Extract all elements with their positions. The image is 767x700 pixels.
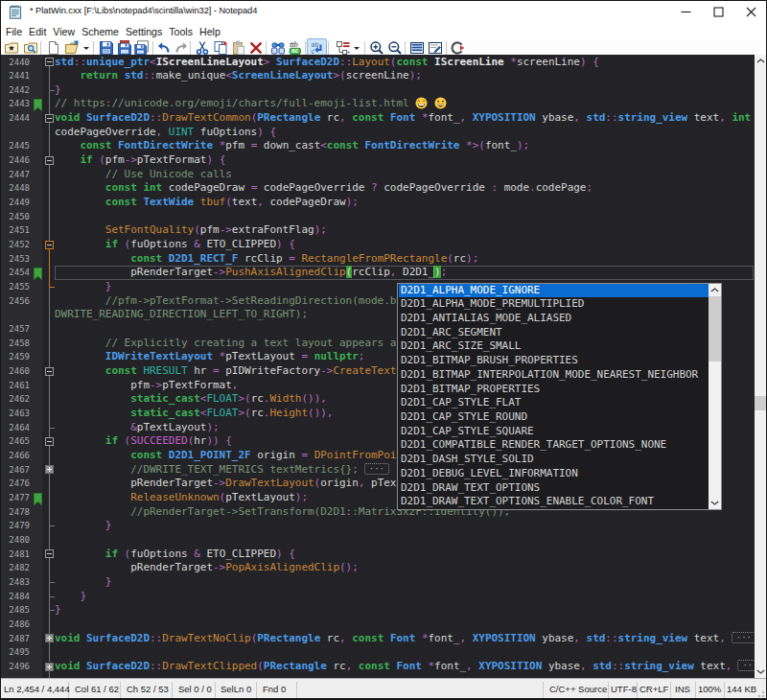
- fold-marker-collapsed[interactable]: [45, 634, 54, 642]
- replace-button[interactable]: ab ac: [288, 40, 303, 56]
- status-character[interactable]: Ch 52 / 53: [127, 679, 169, 700]
- edit-mode-button[interactable]: [428, 40, 443, 56]
- autocomplete-item[interactable]: D2D1_ARC_SEGMENT: [399, 326, 709, 340]
- word-wrap-button[interactable]: ab c: [309, 40, 324, 56]
- line-number: 2467: [1, 465, 30, 475]
- undo-button[interactable]: [155, 40, 171, 56]
- editor-scrollbar[interactable]: [755, 55, 766, 678]
- paste-button[interactable]: [231, 40, 246, 56]
- save-all-button[interactable]: [117, 40, 132, 56]
- status-file-size[interactable]: 144 KB: [727, 679, 756, 700]
- fold-ellipsis[interactable]: ···: [737, 660, 755, 671]
- fold-marker-open[interactable]: [45, 367, 54, 376]
- open-file-button[interactable]: [64, 40, 80, 56]
- browse-folder-button[interactable]: [23, 40, 38, 56]
- code-row-2465: if (SUCCEEDED(hr)) {: [55, 434, 232, 447]
- autocomplete-item[interactable]: D2D1_BITMAP_BRUSH_PROPERTIES: [399, 354, 709, 368]
- status-zoom[interactable]: 100%: [698, 679, 721, 700]
- cut-button[interactable]: [195, 40, 210, 56]
- menu-scheme[interactable]: Scheme: [80, 23, 121, 40]
- maximize-button[interactable]: [703, 2, 733, 22]
- fold-marker-open[interactable]: [45, 58, 54, 66]
- line-number: 2447: [1, 170, 30, 179]
- fold-marker-open[interactable]: [45, 114, 54, 123]
- status-selection[interactable]: Sel 0 / 0: [178, 679, 212, 700]
- autocomplete-item[interactable]: D2D1_BITMAP_PROPERTIES: [399, 383, 709, 397]
- copy-button[interactable]: [213, 40, 228, 56]
- autocomplete-item[interactable]: D2D1_CAP_STYLE_FLAT: [399, 396, 709, 410]
- fold-marker-open[interactable]: [45, 549, 54, 558]
- code-row-2452: if (fuOptions & ETO_CLIPPED) {: [55, 238, 295, 250]
- autocomplete-item[interactable]: D2D1_DEBUG_LEVEL_INFORMATION: [399, 467, 709, 481]
- select-scheme-button[interactable]: [336, 40, 351, 56]
- svg-text:ab: ab: [312, 41, 319, 48]
- save-copy-button[interactable]: [134, 40, 150, 56]
- line-number: 2464: [1, 423, 30, 432]
- bookmark-marker: [34, 267, 42, 279]
- status-encoding[interactable]: UTF-8: [611, 679, 637, 700]
- status-find-count[interactable]: Fnd 0: [263, 679, 286, 700]
- status-line[interactable]: Ln 2,454 / 4,444: [4, 679, 70, 700]
- close-button[interactable]: [735, 2, 766, 22]
- delete-button[interactable]: [248, 40, 264, 56]
- editor-scroll-down-arrow[interactable]: [755, 665, 766, 678]
- status-selected-lines[interactable]: SelLn 0: [221, 679, 251, 700]
- delete-icon: [248, 40, 264, 56]
- menu-edit[interactable]: Edit: [27, 23, 48, 40]
- fold-marker-collapsed[interactable]: [45, 663, 54, 671]
- autocomplete-item[interactable]: D2D1_ALPHA_MODE_IGNORE: [399, 284, 709, 298]
- select-scheme-dropdown[interactable]: [353, 40, 368, 56]
- smile-emoji: [434, 97, 447, 109]
- popup-scrollbar-thumb[interactable]: [709, 296, 722, 362]
- favorites-button[interactable]: [4, 40, 19, 56]
- close-icon: [746, 7, 756, 17]
- autocomplete-item[interactable]: D2D1_BITMAP_INTERPOLATION_MODE_NEAREST_N…: [399, 368, 709, 383]
- minimize-button[interactable]: [670, 2, 701, 22]
- autocomplete-item[interactable]: D2D1_ARC_SIZE_SMALL: [399, 339, 709, 354]
- fold-marker-open[interactable]: [45, 156, 54, 165]
- menu-settings[interactable]: Settings: [124, 23, 164, 40]
- autocomplete-item[interactable]: D2D1_DRAW_TEXT_OPTIONS: [399, 481, 709, 496]
- status-insert-mode[interactable]: INS: [675, 679, 690, 700]
- line-number: 2487: [1, 634, 30, 643]
- code-row-2447: // Use Unicode calls: [55, 168, 232, 180]
- save-button[interactable]: [99, 40, 114, 56]
- redo-button[interactable]: [174, 40, 190, 56]
- bookmark-marker: [34, 492, 42, 504]
- popup-scrollbar[interactable]: [709, 284, 722, 509]
- autocomplete-item[interactable]: D2D1_CAP_STYLE_ROUND: [399, 410, 709, 425]
- new-document-button[interactable]: [46, 40, 61, 56]
- autocomplete-item[interactable]: D2D1_ANTIALIAS_MODE_ALIASED: [399, 312, 709, 326]
- menu-help[interactable]: Help: [198, 23, 222, 40]
- show-line-numbers-button[interactable]: [409, 40, 425, 56]
- menu-tools[interactable]: Tools: [167, 23, 195, 40]
- fold-marker-open[interactable]: [45, 241, 54, 249]
- open-file-dropdown[interactable]: [82, 40, 98, 56]
- autocomplete-item[interactable]: D2D1_DASH_STYLE_SOLID: [399, 453, 709, 467]
- autocomplete-item[interactable]: D2D1_COMPATIBLE_RENDER_TARGET_OPTIONS_NO…: [399, 438, 709, 453]
- scroll-down-arrow[interactable]: [709, 497, 722, 509]
- line-number: 2442: [1, 85, 30, 95]
- editor-scroll-up-arrow[interactable]: [755, 55, 766, 67]
- zoom-out-button[interactable]: [387, 40, 403, 56]
- status-doc-type[interactable]: C/C++ Source: [549, 679, 607, 700]
- fold-ellipsis[interactable]: ···: [732, 632, 755, 643]
- line-number: 2482: [1, 563, 30, 572]
- autocomplete-item[interactable]: D2D1_CAP_STYLE_SQUARE: [399, 425, 709, 439]
- reload-button[interactable]: [450, 40, 465, 56]
- autocomplete-item[interactable]: D2D1_ALPHA_MODE_PREMULTIPLIED: [399, 297, 709, 312]
- menu-file[interactable]: File: [4, 23, 24, 40]
- autocomplete-item[interactable]: D2D1_DRAW_TEXT_OPTIONS_ENABLE_COLOR_FONT: [399, 495, 709, 509]
- fold-marker-collapsed[interactable]: [45, 465, 54, 474]
- fold-ellipsis[interactable]: ···: [364, 463, 389, 475]
- code-row-2479: }: [55, 519, 111, 531]
- fold-marker-open[interactable]: [45, 437, 54, 446]
- scroll-up-arrow[interactable]: [709, 284, 722, 296]
- editor-scrollbar-thumb[interactable]: [755, 396, 766, 410]
- status-line-ending[interactable]: CR+LF: [639, 679, 668, 700]
- title-bar: * PlatWin.cxx [F:\Libs\notepad4\scintill…: [1, 1, 766, 22]
- zoom-in-button[interactable]: [369, 40, 384, 56]
- find-button[interactable]: [270, 40, 286, 56]
- status-column[interactable]: Col 61 / 62: [75, 679, 119, 700]
- menu-view[interactable]: View: [51, 23, 77, 40]
